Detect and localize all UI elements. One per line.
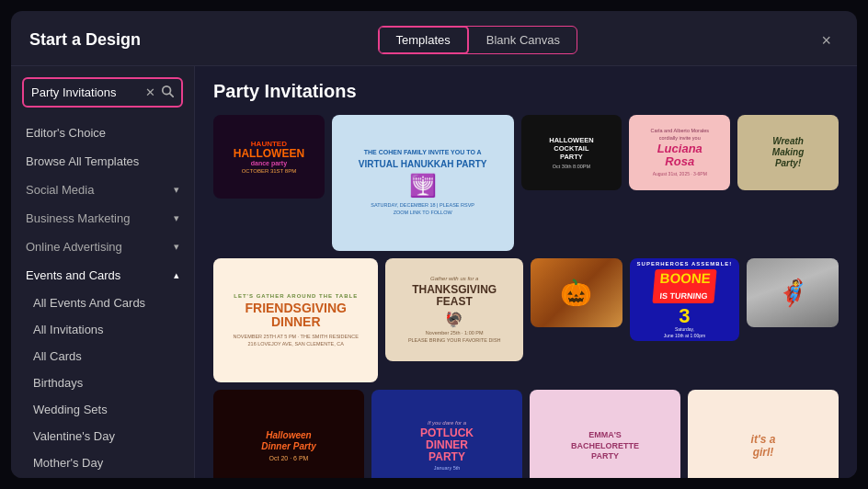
sidebar-item-valentines-day[interactable]: Valentine's Day [11,423,194,449]
template-card[interactable]: HalloweenDinner Party Oct 20 · 6 PM [213,390,364,478]
sidebar-item-editors-choice[interactable]: Editor's Choice [11,119,194,147]
chevron-right-icon: ▾ [174,184,179,196]
template-row-3: HalloweenDinner Party Oct 20 · 6 PM If y… [213,390,839,478]
modal-title: Start a Design [29,30,141,50]
sidebar-sub-label: All Cards [33,349,82,363]
sidebar-section-label: Online Advertising [26,240,122,254]
template-card[interactable]: THE COHEN FAMILY INVITE YOU TO A VIRTUAL… [332,115,514,251]
sidebar-item-birthdays[interactable]: Birthdays [11,370,194,396]
main-content: Party Invitations HAUNTED HALLOWEEN danc… [195,66,857,478]
modal-body: ✕ Editor's Choice Browse All Templates [11,66,857,478]
sidebar-item-all-cards[interactable]: All Cards [11,343,194,370]
template-card[interactable]: If you dare for a POTLUCKDINNERPARTY Jan… [371,390,522,478]
sidebar: ✕ Editor's Choice Browse All Templates [11,66,195,478]
sidebar-item-online-advertising[interactable]: Online Advertising ▾ [11,233,194,261]
search-icon [161,85,174,97]
template-row-2: LET'S GATHER AROUND THE TABLE FRIENDSGIV… [213,258,839,382]
sidebar-section-label: Business Marketing [26,211,130,225]
sidebar-section-label: Social Media [26,183,94,197]
template-card[interactable]: HAUNTED HALLOWEEN dance party OCTOBER 31… [213,115,325,199]
sidebar-item-label: Editor's Choice [26,126,106,140]
sidebar-item-social-media[interactable]: Social Media ▾ [11,176,194,204]
template-row-1: HAUNTED HALLOWEEN dance party OCTOBER 31… [213,115,839,251]
tab-templates[interactable]: Templates [378,26,469,54]
sidebar-sub-label: Mother's Day [33,456,103,470]
search-icon-button[interactable] [161,85,174,100]
sidebar-item-events-and-cards[interactable]: Events and Cards ▴ [11,261,194,290]
sidebar-item-all-invitations[interactable]: All Invitations [11,316,194,343]
modal: Start a Design Templates Blank Canvas × … [11,11,857,478]
sidebar-section-label: Events and Cards [26,268,120,282]
tab-blank-canvas[interactable]: Blank Canvas [470,27,577,53]
sidebar-sub-label: Wedding Sets [33,403,108,416]
sidebar-item-wedding-sets[interactable]: Wedding Sets [11,396,194,423]
sidebar-sub-label: Birthdays [33,376,83,390]
template-card[interactable]: SUPERHEROES ASSEMBLE! BOONEIS TURNING 3 … [630,258,740,341]
template-card[interactable]: HALLOWEENCOCKTAILPARTY Oct 30th 8:00PM [521,115,622,190]
sidebar-item-business-marketing[interactable]: Business Marketing ▾ [11,204,194,233]
content-title: Party Invitations [213,81,839,102]
sidebar-item-winter-holiday[interactable]: Winter Holiday [11,476,194,478]
search-input[interactable] [31,85,140,99]
search-box: ✕ [22,77,183,108]
sidebar-item-browse-all[interactable]: Browse All Templates [11,147,194,176]
template-card[interactable]: Gather with us for a THANKSGIVINGFEAST 🦃… [385,258,523,361]
sidebar-sub-label: All Events And Cards [33,296,145,310]
modal-header: Start a Design Templates Blank Canvas × [11,11,857,66]
modal-overlay: Start a Design Templates Blank Canvas × … [0,0,868,489]
chevron-right-icon: ▾ [174,241,179,253]
template-card[interactable]: LET'S GATHER AROUND THE TABLE FRIENDSGIV… [213,258,378,382]
template-card[interactable]: 🦸 [747,258,839,327]
close-button[interactable]: × [814,28,839,52]
sidebar-sub-label: Valentine's Day [33,429,115,443]
sidebar-item-mothers-day[interactable]: Mother's Day [11,449,194,476]
svg-line-1 [170,94,174,97]
sidebar-item-all-events[interactable]: All Events And Cards [11,290,194,316]
sidebar-sub-label: All Invitations [33,323,104,336]
tab-group: Templates Blank Canvas [378,26,577,54]
template-card[interactable]: EMMA'SBACHELORETTEPARTY [530,390,680,478]
template-card[interactable]: WreathMakingParty! [737,115,839,190]
clear-search-button[interactable]: ✕ [145,86,155,98]
sidebar-item-label: Browse All Templates [26,154,139,168]
chevron-up-icon: ▴ [174,269,179,281]
template-card[interactable]: Carla and Alberto Moralescordially invit… [629,115,730,190]
template-card[interactable]: it's agirl! [688,390,839,478]
template-card[interactable]: 🎃 [531,258,622,327]
chevron-right-icon: ▾ [174,212,179,224]
